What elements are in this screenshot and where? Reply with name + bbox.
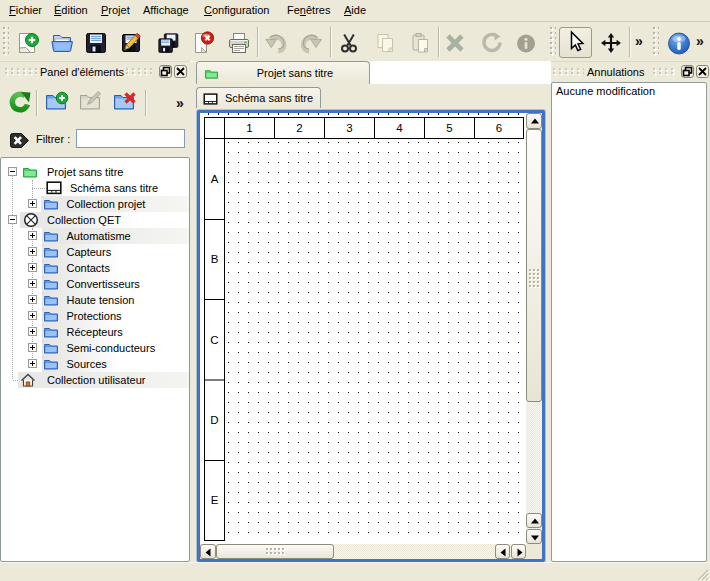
svg-text:A: A bbox=[211, 173, 219, 185]
svg-text:C: C bbox=[210, 334, 218, 346]
svg-text:6: 6 bbox=[496, 122, 502, 134]
svg-text:D: D bbox=[210, 414, 218, 426]
svg-text:4: 4 bbox=[396, 122, 403, 134]
svg-text:5: 5 bbox=[446, 122, 452, 134]
svg-text:1: 1 bbox=[246, 122, 252, 134]
svg-text:E: E bbox=[211, 494, 219, 506]
svg-text:B: B bbox=[211, 253, 219, 265]
svg-text:2: 2 bbox=[296, 122, 302, 134]
svg-text:3: 3 bbox=[346, 122, 352, 134]
